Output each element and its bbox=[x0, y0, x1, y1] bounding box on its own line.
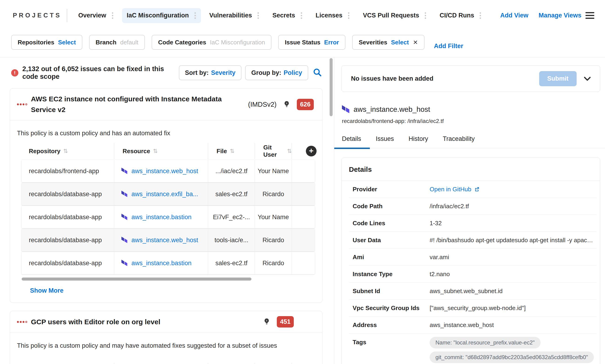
chevron-down-icon[interactable] bbox=[583, 74, 592, 83]
nav-tab-label: Licenses bbox=[316, 12, 343, 19]
filter-chip-branch[interactable]: Branchdefault bbox=[89, 35, 145, 50]
resource-cell: aws_instance.web_host bbox=[114, 160, 208, 182]
resource-link[interactable]: aws_instance.exfil_ba... bbox=[131, 191, 198, 198]
sort-by-label: Sort by: bbox=[185, 69, 209, 77]
nav-tab-overview[interactable]: Overview bbox=[74, 8, 118, 23]
nav-tab-secrets[interactable]: Secrets bbox=[268, 8, 307, 23]
submit-button[interactable]: Submit bbox=[539, 71, 577, 86]
filter-chip-code-categories[interactable]: Code CategoriesIaC Misconfiguration bbox=[152, 35, 272, 50]
git-user-cell: Ricardo bbox=[255, 229, 292, 251]
nav-tab-ci-cd-runs[interactable]: CI/CD Runs bbox=[435, 8, 486, 23]
lightbulb-icon bbox=[283, 101, 290, 108]
policy-description: This policy is a custom policy and may h… bbox=[10, 333, 322, 351]
details-heading: Details bbox=[342, 158, 600, 181]
empty-cell bbox=[292, 252, 315, 274]
resource-link[interactable]: aws_instance.bastion bbox=[131, 260, 191, 267]
table-row[interactable]: recardolabs/frontend-appaws_instance.web… bbox=[22, 160, 315, 182]
policy-card-header[interactable]: AWS EC2 instance not configured with Ins… bbox=[10, 89, 322, 120]
detail-row-user-data: User Data#! /bin/bashsudo apt-get update… bbox=[349, 232, 597, 249]
kebab-menu-icon[interactable] bbox=[257, 12, 259, 19]
table-row[interactable]: recardolabs/database-appaws_instance.bas… bbox=[22, 252, 315, 274]
issues-summary: 2,132 out of 6,052 issues can be fixed i… bbox=[22, 65, 179, 80]
tabs-divider bbox=[334, 148, 605, 148]
alert-icon: ! bbox=[11, 69, 18, 77]
tabs-area: DetailsIssuesHistoryTraceability bbox=[334, 135, 605, 148]
column-header-label: File bbox=[216, 148, 227, 155]
table-row[interactable]: recardolabs/database-appaws_instance.web… bbox=[22, 229, 315, 251]
table-stub bbox=[22, 363, 315, 364]
hamburger-menu-icon[interactable] bbox=[585, 11, 595, 20]
git-user-cell: Ricardo bbox=[255, 183, 292, 205]
detail-label: Instance Type bbox=[349, 271, 430, 278]
tab-traceability[interactable]: Traceability bbox=[443, 135, 475, 143]
repository-cell: recardolabs/database-app bbox=[22, 252, 114, 274]
nav-tab-vulnerabilities[interactable]: Vulnerabilities bbox=[205, 8, 264, 23]
add-view-link[interactable]: Add View bbox=[500, 12, 528, 19]
detail-label: Ami bbox=[349, 254, 430, 261]
close-icon[interactable]: ✕ bbox=[413, 39, 418, 46]
nav-tab-label: CI/CD Runs bbox=[440, 12, 474, 19]
kebab-menu-icon[interactable] bbox=[424, 12, 427, 19]
filter-chip-label: Branch bbox=[96, 39, 117, 46]
filter-chip-label: Code Categories bbox=[158, 39, 206, 46]
vertical-scrollbar-thumb[interactable] bbox=[330, 58, 333, 116]
sort-icon[interactable]: ⇅ bbox=[230, 148, 234, 154]
resource-link[interactable]: aws_instance.web_host bbox=[131, 237, 198, 244]
policy-title: GCP users with Editor role on org level bbox=[31, 317, 264, 327]
tab-details[interactable]: Details bbox=[342, 135, 361, 143]
resource-cell: aws_instance.bastion bbox=[114, 252, 208, 274]
kebab-menu-icon[interactable] bbox=[194, 12, 196, 19]
filter-chip-label: Severities bbox=[359, 39, 387, 46]
terraform-icon bbox=[121, 214, 128, 221]
nav-tab-iac-misconfiguration[interactable]: IaC Misconfiguration bbox=[122, 8, 201, 23]
issues-header-row: ! 2,132 out of 6,052 issues can be fixed… bbox=[11, 65, 323, 80]
column-header-file[interactable]: File⇅ bbox=[208, 143, 255, 159]
filter-bar: RepositoriesSelectBranchdefaultCode Cate… bbox=[0, 31, 605, 57]
filter-chip-severities[interactable]: SeveritiesSelect✕ bbox=[352, 35, 424, 50]
group-by-button[interactable]: Group by: Policy bbox=[245, 65, 308, 80]
add-filter-link[interactable]: Add Filter bbox=[434, 39, 463, 53]
terraform-icon bbox=[121, 168, 128, 175]
add-column-button[interactable]: + bbox=[306, 146, 317, 156]
repository-cell: recardolabs/frontend-app bbox=[22, 160, 114, 182]
tab-issues[interactable]: Issues bbox=[376, 135, 394, 143]
lightbulb-icon bbox=[264, 318, 270, 325]
column-header-repository[interactable]: Repository⇅ bbox=[22, 143, 114, 159]
tab-history[interactable]: History bbox=[409, 135, 428, 143]
table-body: recardolabs/frontend-appaws_instance.web… bbox=[22, 160, 315, 274]
horizontal-scrollbar-thumb[interactable] bbox=[22, 277, 251, 281]
nav-tab-label: VCS Pull Requests bbox=[363, 12, 419, 19]
detail-label: Tags bbox=[349, 337, 430, 346]
sort-by-button[interactable]: Sort by: Severity bbox=[179, 65, 242, 80]
table-row[interactable]: recardolabs/database-appaws_instance.bas… bbox=[22, 206, 315, 228]
table-row[interactable]: recardolabs/database-appaws_instance.exf… bbox=[22, 183, 315, 205]
sort-icon[interactable]: ⇅ bbox=[63, 148, 68, 154]
manage-views-link[interactable]: Manage Views bbox=[538, 12, 581, 19]
tag-chip: Name: "local.resource_prefix.value-ec2" bbox=[430, 337, 540, 349]
kebab-menu-icon[interactable] bbox=[300, 12, 303, 19]
detail-row-ami: Amivar.ami bbox=[349, 249, 597, 266]
submit-message: No issues have been added bbox=[351, 75, 433, 82]
resource-link[interactable]: aws_instance.bastion bbox=[131, 214, 191, 221]
sort-icon[interactable]: ⇅ bbox=[287, 148, 292, 154]
open-in-github-link[interactable]: Open in GitHub bbox=[430, 186, 480, 193]
git-user-cell: Your Name bbox=[255, 206, 292, 228]
resource-link[interactable]: aws_instance.web_host bbox=[131, 168, 198, 175]
kebab-menu-icon[interactable] bbox=[111, 12, 114, 19]
detail-row-provider: ProviderOpen in GitHub bbox=[349, 181, 597, 198]
filter-chip-label: Repositories bbox=[18, 39, 54, 46]
search-button[interactable] bbox=[311, 65, 323, 80]
column-header-git-user[interactable]: Git User⇅ bbox=[255, 143, 292, 159]
nav-tab-vcs-pull-requests[interactable]: VCS Pull Requests bbox=[358, 8, 431, 23]
sort-icon[interactable]: ⇅ bbox=[153, 148, 158, 154]
show-more-link[interactable]: Show More bbox=[30, 287, 64, 294]
link-label: Open in GitHub bbox=[430, 186, 471, 193]
kebab-menu-icon[interactable] bbox=[479, 12, 482, 19]
policy-card-header[interactable]: GCP users with Editor role on org level … bbox=[10, 311, 322, 333]
filter-chip-issue-status[interactable]: Issue StatusError bbox=[278, 35, 345, 50]
column-header-resource[interactable]: Resource⇅ bbox=[114, 143, 208, 159]
kebab-menu-icon[interactable] bbox=[348, 12, 350, 19]
file-cell: tools-iac/e... bbox=[208, 229, 255, 251]
nav-tab-licenses[interactable]: Licenses bbox=[311, 8, 355, 23]
filter-chip-repositories[interactable]: RepositoriesSelect bbox=[11, 35, 82, 50]
